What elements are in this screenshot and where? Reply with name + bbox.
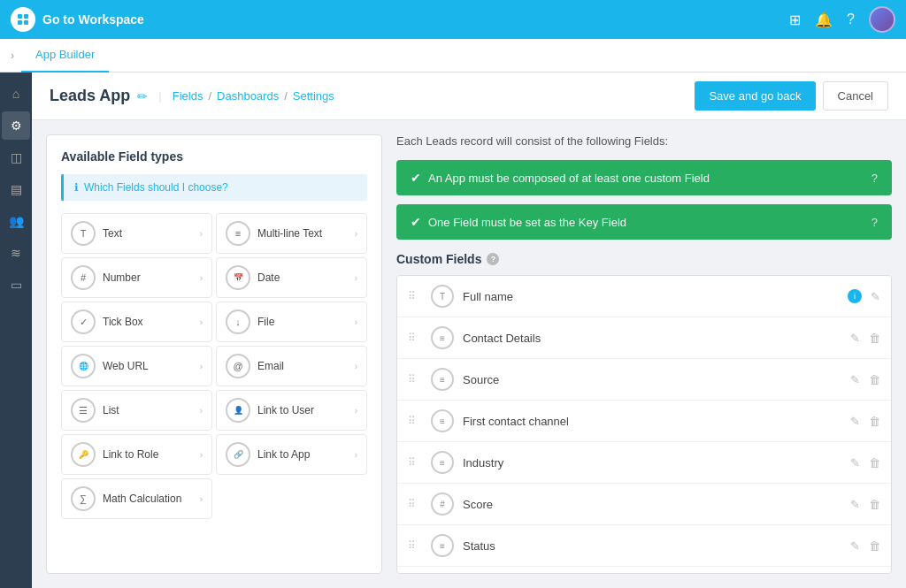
field-row-scheduled: ⠿ 📅 Next scheduled contact ✎ 🗑: [397, 567, 891, 574]
field-type-math[interactable]: ∑ Math Calculation ›: [61, 478, 212, 519]
info-icon: ℹ: [74, 181, 79, 194]
custom-fields-label: Custom Fields: [396, 252, 481, 266]
industry-delete-icon[interactable]: 🗑: [869, 456, 880, 470]
channel-edit-icon[interactable]: ✎: [850, 415, 860, 428]
fullname-info-icon[interactable]: i: [848, 289, 862, 303]
contact-delete-icon[interactable]: 🗑: [869, 332, 880, 345]
sidebar-print-icon[interactable]: ▭: [2, 271, 30, 299]
sidebar-chart-icon[interactable]: ≋: [2, 239, 30, 267]
field-type-file[interactable]: ↓ File ›: [216, 302, 367, 342]
drag-handle-source[interactable]: ⠿: [408, 373, 422, 386]
file-field-arrow: ›: [355, 317, 357, 327]
link-app-field-arrow: ›: [355, 450, 357, 460]
drag-handle-channel[interactable]: ⠿: [408, 415, 422, 427]
breadcrumb-dashboards[interactable]: Dashboards: [217, 89, 279, 103]
alert-help-icon-2[interactable]: ?: [871, 216, 878, 229]
field-type-list[interactable]: ☰ List ›: [61, 390, 212, 431]
number-field-arrow: ›: [200, 273, 203, 283]
score-field-icon: #: [431, 493, 454, 515]
email-field-arrow: ›: [355, 362, 357, 371]
text-field-label: Text: [103, 227, 193, 240]
score-edit-icon[interactable]: ✎: [850, 498, 860, 511]
field-type-number[interactable]: # Number ›: [61, 257, 212, 298]
drag-handle-industry[interactable]: ⠿: [408, 456, 422, 469]
link-user-field-icon: 👤: [226, 398, 250, 423]
bell-icon[interactable]: 🔔: [815, 11, 833, 28]
breadcrumb-settings[interactable]: Settings: [293, 89, 334, 103]
app-header-left: Leads App ✏ | Fields / Dashboards / Sett…: [50, 87, 334, 105]
channel-field-icon: ≡: [431, 409, 454, 432]
sidebar-gear-icon[interactable]: ⚙: [2, 111, 30, 140]
industry-edit-icon[interactable]: ✎: [850, 456, 860, 470]
status-field-name: Status: [463, 539, 841, 553]
drag-handle-status[interactable]: ⠿: [408, 539, 422, 552]
tab-chevron[interactable]: ›: [11, 50, 14, 62]
channel-delete-icon[interactable]: 🗑: [869, 415, 880, 428]
field-type-date[interactable]: 📅 Date ›: [216, 257, 367, 298]
sidebar-users-icon[interactable]: 👥: [2, 207, 30, 235]
score-field-actions: ✎ 🗑: [850, 498, 880, 511]
contact-edit-icon[interactable]: ✎: [850, 332, 860, 345]
field-row-source: ⠿ ≡ Source ✎ 🗑: [397, 359, 891, 401]
svg-rect-2: [18, 20, 22, 25]
date-field-arrow: ›: [355, 273, 357, 283]
field-type-multiline[interactable]: ≡ Multi-line Text ›: [216, 213, 367, 254]
source-edit-icon[interactable]: ✎: [850, 373, 860, 386]
weburl-field-icon: 🌐: [71, 354, 96, 378]
svg-rect-3: [24, 20, 28, 25]
info-banner[interactable]: ℹ Which Fields should I choose?: [61, 174, 367, 201]
link-user-field-label: Link to User: [257, 404, 348, 416]
date-field-icon: 📅: [226, 265, 250, 290]
check-icon-2: ✔: [411, 215, 421, 229]
sidebar-home-icon[interactable]: ⌂: [2, 80, 30, 108]
field-row-channel: ⠿ ≡ First contact channel ✎ 🗑: [397, 401, 891, 442]
source-field-icon: ≡: [431, 368, 454, 391]
custom-fields-help-icon[interactable]: ?: [487, 253, 499, 265]
field-type-grid: T Text › ≡ Multi-line Text › # Number ›: [61, 213, 367, 519]
link-user-field-arrow: ›: [355, 406, 357, 416]
status-edit-icon[interactable]: ✎: [850, 539, 860, 553]
grid-icon[interactable]: ⊞: [789, 11, 801, 28]
tab-app-builder[interactable]: App Builder: [21, 39, 109, 73]
status-delete-icon[interactable]: 🗑: [869, 539, 880, 553]
breadcrumb: Fields / Dashboards / Settings: [173, 89, 334, 103]
alert-help-icon-1[interactable]: ?: [871, 172, 878, 185]
field-type-tickbox[interactable]: ✓ Tick Box ›: [61, 302, 212, 342]
sidebar: ⌂ ⚙ ◫ ▤ 👥 ≋ ▭: [0, 73, 32, 588]
field-type-email[interactable]: @ Email ›: [216, 346, 367, 386]
sidebar-layers-icon[interactable]: ◫: [2, 143, 30, 172]
alert-key-field: ✔ One Field must be set as the Key Field…: [396, 204, 892, 240]
multiline-field-arrow: ›: [355, 229, 357, 239]
score-delete-icon[interactable]: 🗑: [869, 498, 880, 511]
workspace-link[interactable]: Go to Workspace: [11, 7, 144, 32]
drag-handle-fullname[interactable]: ⠿: [408, 290, 422, 302]
weburl-field-label: Web URL: [103, 360, 193, 372]
drag-handle-contact[interactable]: ⠿: [408, 332, 422, 344]
help-icon[interactable]: ?: [847, 11, 855, 27]
link-role-field-arrow: ›: [200, 450, 203, 460]
source-field-actions: ✎ 🗑: [850, 373, 880, 386]
cancel-button[interactable]: Cancel: [823, 81, 888, 111]
breadcrumb-fields[interactable]: Fields: [173, 89, 203, 103]
field-type-text[interactable]: T Text ›: [61, 213, 212, 254]
channel-field-actions: ✎ 🗑: [850, 415, 880, 428]
fullname-field-actions: i ✎: [848, 289, 880, 303]
save-go-back-button[interactable]: Save and go back: [695, 81, 815, 111]
fullname-edit-icon[interactable]: ✎: [871, 290, 880, 303]
source-delete-icon[interactable]: 🗑: [869, 373, 880, 386]
svg-rect-1: [24, 14, 28, 19]
drag-handle-score[interactable]: ⠿: [408, 498, 422, 510]
avatar[interactable]: [869, 6, 895, 33]
edit-title-icon[interactable]: ✏: [137, 89, 148, 103]
right-panel: Each Leads record will consist of the fo…: [396, 134, 892, 574]
field-type-link-role[interactable]: 🔑 Link to Role ›: [61, 434, 212, 475]
sidebar-folder-icon[interactable]: ▤: [2, 175, 30, 203]
field-type-link-user[interactable]: 👤 Link to User ›: [216, 390, 367, 431]
number-field-icon: #: [71, 265, 96, 290]
workspace-label: Go to Workspace: [42, 12, 144, 27]
field-type-weburl[interactable]: 🌐 Web URL ›: [61, 346, 212, 386]
math-field-arrow: ›: [200, 494, 203, 504]
tickbox-field-arrow: ›: [200, 317, 203, 327]
field-type-link-app[interactable]: 🔗 Link to App ›: [216, 434, 367, 475]
field-types-panel: Available Field types ℹ Which Fields sho…: [46, 134, 382, 574]
